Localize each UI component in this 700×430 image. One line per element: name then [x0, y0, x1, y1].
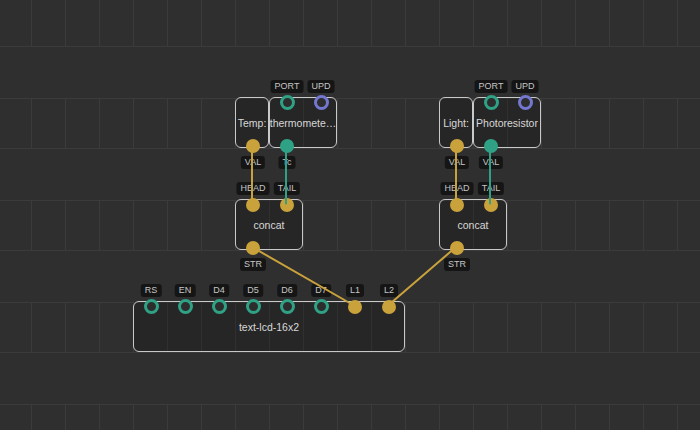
pin-label-l1: L1 [346, 284, 364, 297]
pin-label-en: EN [175, 284, 196, 297]
node-concat-right[interactable]: concatHEADTAILSTR [439, 199, 507, 250]
node-photoresistor[interactable]: PhotoresistorPORTUPDVAL [473, 97, 541, 148]
pin-label-upd: UPD [307, 80, 334, 93]
pin-text-lcd-16x2-en[interactable] [178, 299, 193, 314]
pin-label-upd: UPD [511, 80, 538, 93]
pin-concat-right-str[interactable] [450, 241, 464, 255]
pin-photoresistor-port[interactable] [484, 95, 499, 110]
pin-label-str: STR [444, 258, 470, 271]
patch-board[interactable]: Temp:VALthermomete…PORTUPDTcLight:VALPho… [0, 0, 700, 430]
pin-text-lcd-16x2-d5[interactable] [246, 299, 261, 314]
nodes-layer: Temp:VALthermomete…PORTUPDTcLight:VALPho… [0, 0, 700, 430]
node-title: Photoresistor [476, 117, 538, 129]
node-title: concat [254, 219, 285, 231]
node-concat-left[interactable]: concatHEADTAILSTR [235, 199, 303, 250]
pin-text-lcd-16x2-l1[interactable] [348, 300, 362, 314]
pin-text-lcd-16x2-rs[interactable] [144, 299, 159, 314]
pin-label-d4: D4 [209, 284, 229, 297]
node-light-label[interactable]: Light:VAL [439, 97, 473, 148]
node-temp-label[interactable]: Temp:VAL [235, 97, 269, 148]
node-title: Light: [443, 117, 469, 129]
pin-label-port: PORT [475, 80, 508, 93]
pin-label-d5: D5 [243, 284, 263, 297]
node-title: concat [458, 219, 489, 231]
pin-text-lcd-16x2-d6[interactable] [280, 299, 295, 314]
pin-text-lcd-16x2-d4[interactable] [212, 299, 227, 314]
node-title: text-lcd-16x2 [239, 321, 299, 333]
pin-text-lcd-16x2-d7[interactable] [314, 299, 329, 314]
pin-thermometer-upd[interactable] [314, 95, 329, 110]
node-thermometer[interactable]: thermomete…PORTUPDTc [269, 97, 337, 148]
pin-label-rs: RS [141, 284, 162, 297]
node-title: Temp: [238, 117, 267, 129]
pin-label-l2: L2 [380, 284, 398, 297]
pin-label-str: STR [240, 258, 266, 271]
node-title: thermomete… [270, 117, 337, 129]
pin-label-d6: D6 [277, 284, 297, 297]
pin-thermometer-port[interactable] [280, 95, 295, 110]
node-text-lcd-16x2[interactable]: text-lcd-16x2RSEND4D5D6D7L1L2 [133, 301, 405, 352]
pin-photoresistor-upd[interactable] [518, 95, 533, 110]
pin-label-port: PORT [271, 80, 304, 93]
